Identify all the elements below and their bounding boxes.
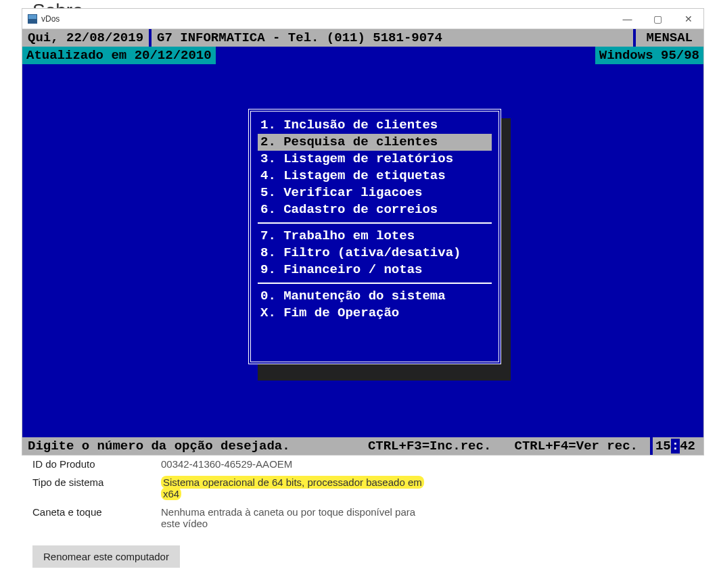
dos-time: 15:42 [653, 438, 698, 455]
system-info-section: ID do Produto00342-41360-46529-AAOEMTipo… [32, 458, 705, 568]
menu-item-3[interactable]: 3. Listagem de relatórios [251, 151, 498, 168]
dos-company: G7 INFORMATICA - Tel. (011) 5181-9074 [152, 30, 633, 47]
menu-item-7[interactable]: 7. Trabalho em lotes [251, 228, 498, 245]
menu-item-9[interactable]: 9. Financeiro / notas [251, 262, 498, 278]
dos-bottombar: Digite o número da opção desejada. CTRL+… [22, 437, 703, 455]
dos-secondbar: Atualizado em 20/12/2010 Windows 95/98 [22, 47, 703, 64]
app-icon [28, 14, 37, 24]
dos-os: Windows 95/98 [595, 47, 703, 64]
maximize-button[interactable]: ▢ [643, 9, 673, 29]
vdos-window: vDos — ▢ ✕ Qui, 22/08/2019 G7 INFORMATIC… [22, 8, 704, 456]
window-controls: — ▢ ✕ [612, 9, 703, 29]
menu-item-6[interactable]: 6. Cadastro de correios [251, 201, 498, 218]
titlebar-left: vDos [22, 14, 60, 24]
info-value: 00342-41360-46529-AAOEM [161, 458, 432, 470]
dos-mode: MENSAL [636, 30, 703, 47]
hint-ver-rec: CTRL+F4=Ver rec. [515, 439, 638, 454]
info-label: Caneta e toque [32, 506, 161, 518]
minimize-button[interactable]: — [612, 9, 643, 29]
menu-separator [258, 283, 492, 284]
info-row: ID do Produto00342-41360-46529-AAOEM [32, 458, 705, 470]
menu-item-2[interactable]: 2. Pesquisa de clientes [258, 134, 492, 151]
dos-updated: Atualizado em 20/12/2010 [22, 47, 216, 64]
menu-item-5[interactable]: 5. Verificar ligacoes [251, 185, 498, 201]
info-value: Sistema operacional de 64 bits, processa… [161, 476, 432, 499]
window-title: vDos [41, 14, 60, 24]
menu-item-x[interactable]: X. Fim de Operação [251, 305, 498, 322]
info-label: Tipo de sistema [32, 476, 161, 488]
rename-computer-button[interactable]: Renomear este computador [32, 545, 180, 568]
dos-hints: CTRL+F3=Inc.rec. CTRL+F4=Ver rec. [290, 421, 650, 456]
titlebar[interactable]: vDos — ▢ ✕ [22, 9, 703, 29]
main-menu: 1. Inclusão de clientes2. Pesquisa de cl… [248, 109, 501, 364]
menu-item-4[interactable]: 4. Listagem de etiquetas [251, 168, 498, 185]
hint-inc-rec: CTRL+F3=Inc.rec. [368, 439, 491, 454]
dos-prompt: Digite o número da opção desejada. [28, 438, 290, 455]
dos-topbar: Qui, 22/08/2019 G7 INFORMATICA - Tel. (0… [22, 29, 703, 47]
menu-item-0[interactable]: 0. Manutenção do sistema [251, 288, 498, 305]
highlighted-text: Sistema operacional de 64 bits, processa… [161, 476, 424, 500]
menu-item-1[interactable]: 1. Inclusão de clientes [251, 117, 498, 134]
info-value: Nenhuma entrada à caneta ou por toque di… [161, 506, 432, 529]
info-row: Tipo de sistemaSistema operacional de 64… [32, 476, 705, 499]
info-label: ID do Produto [32, 458, 161, 470]
menu-item-8[interactable]: 8. Filtro (ativa/desativa) [251, 245, 498, 262]
close-button[interactable]: ✕ [673, 9, 703, 29]
dos-screen[interactable]: Qui, 22/08/2019 G7 INFORMATICA - Tel. (0… [22, 29, 703, 455]
dos-date: Qui, 22/08/2019 [22, 30, 149, 47]
menu-separator [258, 222, 492, 224]
info-row: Caneta e toqueNenhuma entrada à caneta o… [32, 506, 705, 529]
